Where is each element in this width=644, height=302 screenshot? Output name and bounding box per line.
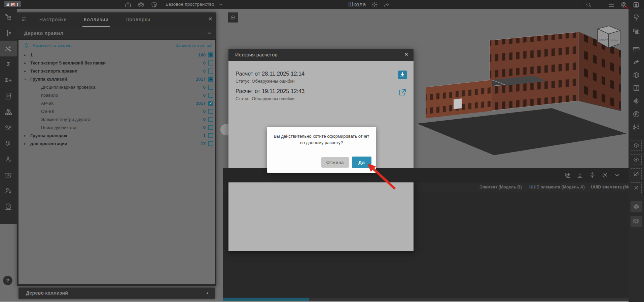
viewport-focus-button[interactable] [228,12,238,23]
charts-waves-button[interactable] [0,120,17,135]
scrollbar-thumb[interactable] [223,298,309,301]
tree-row[interactable]: правило0 [19,91,215,99]
chevron-down-icon[interactable] [219,3,223,6]
tree-item-label[interactable]: правило [41,93,58,98]
show-elements-button[interactable] [631,154,642,165]
expander-icon[interactable]: ▾ [24,77,30,81]
collisions-shuffle-button[interactable] [0,41,17,56]
calculation-entry-title[interactable]: Расчет от 19.11.2025 12:43 [236,88,305,94]
share-icon[interactable] [383,2,390,8]
section-cube-button[interactable] [630,69,643,81]
tree-item-checkbox[interactable] [208,117,213,122]
expander-icon[interactable]: ▸ [24,53,30,57]
drawings-2d-button[interactable]: 2D [0,88,17,104]
tree-item-label[interactable]: Тест экспорта правил [30,69,77,74]
tree-item-checkbox[interactable] [208,101,213,106]
export-folder-button[interactable] [0,167,17,183]
collapse-rows-button[interactable] [588,171,596,179]
tree-item-label[interactable]: для презентации [30,141,67,146]
search-button[interactable] [585,1,592,8]
workspace-selector[interactable]: Базовое пространство [166,2,214,7]
rules-tree-dropdown[interactable]: Дерево правил [17,27,216,40]
locate-target-button[interactable] [630,95,643,107]
expand-rows-button[interactable] [576,171,583,179]
tree-item-label[interactable]: АР-ВК [41,101,54,106]
vegetation-tree-button[interactable] [630,12,643,25]
tree-item-checkbox[interactable] [208,60,213,66]
axes-dimensions-button[interactable]: 12 [630,121,643,134]
expander-icon[interactable]: ▸ [24,142,30,145]
tab-checks[interactable]: Проверки [124,12,152,27]
tree-item-checkbox[interactable] [208,141,213,146]
tree-item-checkbox[interactable] [208,93,213,98]
settings-gear-icon[interactable] [371,1,378,8]
tree-item-label[interactable]: 1 [30,52,33,57]
tree-item-label[interactable]: Тест экспорт 5 коллизий без папки [30,60,106,66]
tree-row[interactable]: АР-ВК1017 [19,99,215,107]
user-location-button[interactable] [0,183,17,199]
scheme-orgchart-button[interactable] [0,104,17,120]
ruler-button[interactable] [630,42,643,55]
horizontal-scrollbar[interactable] [223,298,629,301]
open-report-button[interactable] [398,88,407,97]
tree-row[interactable]: Поиск дубликатов0 [19,123,215,131]
expand-tree-label[interactable]: Развернуть дерево [33,43,73,47]
cancel-button[interactable]: Отмена [321,157,349,168]
expander-icon[interactable]: ▸ [24,134,30,137]
dependencies-branch-button[interactable] [0,25,17,41]
hide-elements-button[interactable] [631,168,642,179]
select-all-control[interactable]: Выделить всё [176,43,213,48]
tree-item-checkbox[interactable] [208,69,213,74]
add-calculation-button[interactable]: Σ+ [0,72,17,88]
dashboard-gauge-button[interactable] [0,199,17,214]
tree-row[interactable]: ▸для презентации17 [19,139,215,147]
panel-menu-icon[interactable] [21,16,28,23]
tree-row[interactable]: ОВ-ВК0 [19,107,215,115]
expander-icon[interactable]: ▸ [24,69,30,73]
tab-settings[interactable]: Настройки [38,12,68,27]
tree-item-checkbox[interactable] [208,133,213,138]
tree-item-label[interactable]: Группа коллизий [30,77,67,82]
expander-icon[interactable]: ▸ [24,61,30,65]
calculation-entry-title[interactable]: Расчет от 28.11.2025 12:14 [236,71,305,77]
orbit-view-button[interactable] [631,216,642,227]
account-button[interactable] [632,1,640,8]
duplicate-button[interactable] [564,171,571,179]
team-button[interactable] [137,1,145,8]
flag-button[interactable] [630,108,643,121]
navigation-cube[interactable]: Справа Сзади [593,24,623,52]
tree-item-checkbox[interactable] [208,52,213,57]
tree-item-label[interactable]: Дисциплинарная проверка [41,85,96,90]
table-settings-button[interactable] [601,171,608,179]
close-icon[interactable]: × [404,51,408,58]
download-report-button[interactable] [398,71,407,79]
tree-item-label[interactable]: Группа проверок [30,133,67,138]
tab-collisions[interactable]: Коллизии [82,12,110,27]
notifications-button[interactable] [620,1,627,8]
tree-row[interactable]: Дисциплинарная проверка0 [19,83,215,91]
section-plane-button[interactable] [630,55,643,68]
tree-row[interactable]: ▸Тест экспорт 5 коллизий без папки0 [19,59,215,67]
tree-item-label[interactable]: Элемент внутри другого [41,117,90,122]
expand-tree-icon[interactable] [24,43,28,48]
help-button[interactable]: ? [3,276,12,285]
tree-row[interactable]: Элемент внутри другого0 [19,115,215,123]
protection-button[interactable] [150,1,158,8]
close-icon[interactable]: × [208,15,212,23]
user-check-button[interactable] [0,151,17,167]
table-column-header[interactable]: Элемент (Модель B) [479,185,522,189]
ghost-cube-button[interactable] [631,140,642,151]
calculations-sigma-button[interactable]: Σ [0,56,17,72]
tree-item-checkbox[interactable] [208,85,213,90]
collisions-tree-bar[interactable]: Дерево коллизий ▲ [19,288,215,299]
tree-row[interactable]: ▾Группа коллизий1017 [19,75,215,83]
list-menu-button[interactable] [608,1,615,8]
clear-selection-button[interactable] [631,182,642,193]
plugins-puzzle-button[interactable] [0,135,17,151]
tree-item-label[interactable]: ОВ-ВК [41,109,54,114]
tree-item-label[interactable]: Поиск дубликатов [41,125,77,130]
tree-row[interactable]: ▸Тест экспорта правил0 [19,67,215,75]
solid-view-button[interactable] [631,201,642,212]
model-structure-button[interactable] [0,9,17,25]
tree-row[interactable]: ▸1100 [19,51,215,59]
